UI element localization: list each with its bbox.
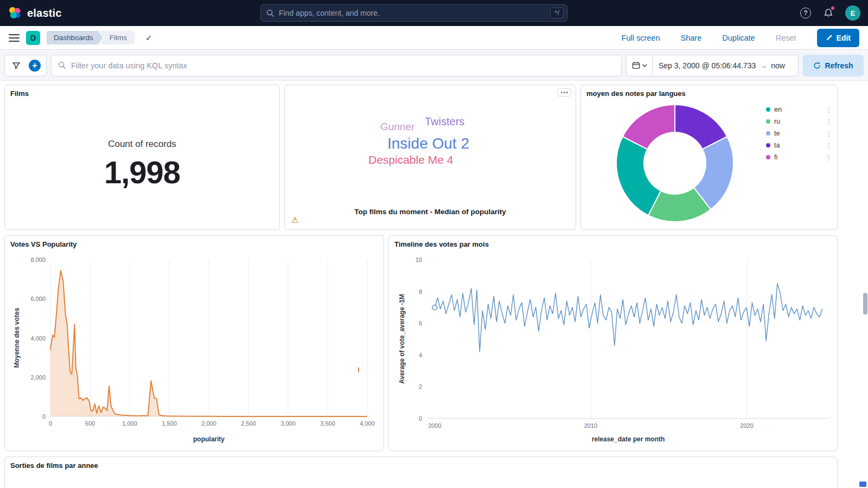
panel-films-count: Films Count of records 1,998 bbox=[4, 85, 280, 230]
search-icon bbox=[58, 61, 66, 69]
breadcrumb-films[interactable]: Films bbox=[99, 31, 135, 44]
breadcrumb: Dashboards Films bbox=[47, 31, 135, 44]
legend-label[interactable]: en bbox=[774, 106, 824, 113]
y-axis-label: Moyenne des votes bbox=[13, 308, 21, 368]
legend-dot bbox=[766, 107, 770, 112]
legend-item[interactable]: ru ⋮ bbox=[766, 118, 833, 125]
panel-title: Timeline des votes par mois bbox=[389, 236, 837, 253]
edit-button[interactable]: Edit bbox=[817, 29, 859, 47]
legend-dot bbox=[766, 131, 770, 136]
reset-button[interactable]: Reset bbox=[776, 34, 796, 42]
tag-word[interactable]: Inside Out 2 bbox=[387, 135, 469, 152]
brand-wordmark: elastic bbox=[27, 7, 62, 20]
arrow-right-icon: → bbox=[760, 61, 767, 70]
panel-options-icon[interactable] bbox=[557, 88, 571, 97]
menu-hamburger-icon[interactable] bbox=[9, 34, 20, 42]
legend-dot bbox=[766, 155, 770, 159]
refresh-button-label: Refresh bbox=[825, 61, 853, 70]
chevron-down-icon bbox=[642, 64, 647, 67]
panel-votes-vs-popularity: Votes VS Popularity Moyenne des votes 05… bbox=[4, 235, 384, 451]
votes-popularity-area-chart[interactable]: 05001,0001,5002,0002,5003,0003,5004,0000… bbox=[50, 260, 367, 416]
kql-placeholder: Filter your data using KQL syntax bbox=[71, 61, 187, 70]
x-axis-label: popularity bbox=[50, 435, 367, 443]
legend-dot bbox=[766, 143, 770, 147]
panel-sorties-par-annee: Sorties de films par annee bbox=[4, 457, 838, 488]
kql-filter-input[interactable]: Filter your data using KQL syntax bbox=[51, 55, 622, 76]
legend-item[interactable]: te ⋮ bbox=[766, 130, 833, 137]
search-shortcut-badge: ^/ bbox=[550, 8, 564, 18]
full-screen-button[interactable]: Full screen bbox=[622, 34, 660, 42]
legend-item[interactable]: en ⋮ bbox=[766, 106, 833, 113]
donut-legend: en ⋮ ru ⋮ te ⋮ ta ⋮ fi ⋮ bbox=[766, 106, 833, 161]
dashboard-app-badge[interactable]: D bbox=[26, 31, 40, 45]
legend-menu-icon[interactable]: ⋮ bbox=[824, 106, 833, 114]
dashboard-toolbar: D Dashboards Films ✓ Full screen Share D… bbox=[0, 26, 868, 50]
date-end-value[interactable]: now bbox=[771, 61, 785, 70]
tag-word[interactable]: Despicable Me 4 bbox=[368, 153, 453, 166]
user-avatar[interactable]: E bbox=[845, 5, 860, 21]
legend-item[interactable]: ta ⋮ bbox=[766, 142, 833, 149]
help-icon[interactable]: ? bbox=[800, 7, 812, 19]
x-axis-label: release_date per month bbox=[427, 435, 829, 443]
global-search-input[interactable]: Find apps, content, and more. ^/ bbox=[260, 4, 567, 22]
legend-item[interactable]: fi ⋮ bbox=[766, 153, 833, 161]
add-filter-button[interactable]: + bbox=[25, 56, 44, 75]
legend-label[interactable]: ru bbox=[774, 118, 824, 125]
warning-icon[interactable]: ⚠ bbox=[291, 215, 298, 225]
panel-title: moyen des notes par langues bbox=[581, 85, 837, 102]
legend-dot bbox=[766, 119, 770, 124]
edit-button-label: Edit bbox=[837, 34, 851, 42]
legend-menu-icon[interactable]: ⋮ bbox=[824, 153, 833, 162]
date-start-value[interactable]: Sep 3, 2000 @ 05:06:44.733 bbox=[659, 61, 756, 70]
refresh-button[interactable]: Refresh bbox=[803, 55, 864, 76]
calendar-icon[interactable] bbox=[627, 55, 653, 76]
legend-label[interactable]: ta bbox=[774, 142, 824, 149]
panel-title: Sorties de films par annee bbox=[5, 457, 837, 474]
legend-menu-icon[interactable]: ⋮ bbox=[824, 142, 833, 150]
legend-menu-icon[interactable]: ⋮ bbox=[824, 130, 833, 138]
share-button[interactable]: Share bbox=[681, 34, 702, 42]
filter-icon[interactable] bbox=[7, 56, 25, 75]
elastic-logo-icon[interactable] bbox=[8, 6, 22, 20]
dashboard-canvas: Films Count of records 1,998 Gunner Twis… bbox=[0, 81, 868, 488]
metric-value: 1,998 bbox=[104, 154, 180, 190]
timeline-line-chart[interactable]: 2000201020200246810 bbox=[427, 260, 829, 419]
breadcrumb-dashboards[interactable]: Dashboards bbox=[47, 31, 103, 44]
tag-word[interactable]: Twisters bbox=[425, 115, 464, 128]
filter-bar: + Filter your data using KQL syntax Sep … bbox=[0, 50, 868, 81]
y-axis-label: Average of vote_average -1M bbox=[398, 294, 406, 384]
count-metric: Count of records 1,998 bbox=[5, 99, 279, 229]
refresh-icon bbox=[813, 62, 821, 69]
notification-badge bbox=[831, 6, 835, 10]
date-range-picker: Sep 3, 2000 @ 05:06:44.733 → now bbox=[626, 55, 799, 76]
pencil-icon bbox=[826, 34, 833, 41]
legend-menu-icon[interactable]: ⋮ bbox=[824, 118, 833, 126]
panel-notes-par-langues: moyen des notes par langues en ⋮ ru ⋮ te… bbox=[580, 85, 838, 230]
horizontal-scrollbar-thumb[interactable] bbox=[859, 481, 866, 487]
vertical-scrollbar-thumb[interactable] bbox=[863, 293, 867, 314]
saved-check-icon[interactable]: ✓ bbox=[145, 33, 152, 43]
panel-top-films-tagcloud: Gunner Twisters Inside Out 2 Despicable … bbox=[284, 85, 576, 230]
metric-label: Count of records bbox=[108, 139, 176, 150]
search-icon bbox=[266, 9, 275, 17]
panel-timeline-votes: Timeline des votes par mois Average of v… bbox=[388, 235, 838, 451]
duplicate-button[interactable]: Duplicate bbox=[722, 34, 755, 42]
search-placeholder: Find apps, content, and more. bbox=[279, 9, 550, 17]
plus-icon: + bbox=[29, 60, 41, 72]
legend-label[interactable]: fi bbox=[774, 153, 824, 161]
languages-donut-chart[interactable] bbox=[615, 103, 735, 223]
tag-word[interactable]: Gunner bbox=[380, 121, 414, 133]
notifications-bell-icon[interactable] bbox=[822, 7, 834, 19]
legend-label[interactable]: te bbox=[774, 130, 824, 137]
global-header: elastic Find apps, content, and more. ^/… bbox=[0, 0, 868, 26]
panel-title: Votes VS Popularity bbox=[5, 236, 384, 253]
tagcloud-footer-label: Top films du moment - Median of populari… bbox=[285, 208, 576, 216]
